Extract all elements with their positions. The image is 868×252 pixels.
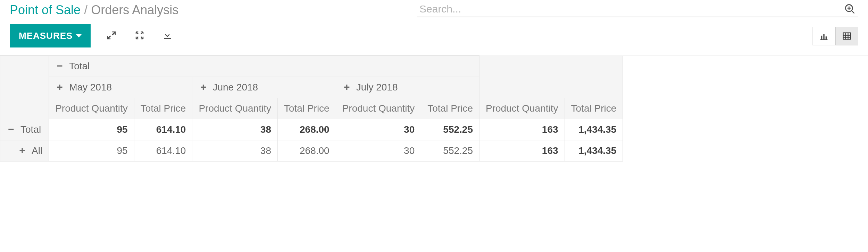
col-group[interactable]: +June 2018 bbox=[192, 77, 336, 98]
caret-down-icon bbox=[76, 34, 82, 37]
col-root-label: Total bbox=[69, 61, 90, 71]
cell: 268.00 bbox=[277, 140, 336, 162]
table-row: −Total95614.1038268.0030552.251631,434.3… bbox=[0, 119, 623, 140]
measure-header: Product Quantity bbox=[192, 98, 278, 119]
measures-label: MEASURES bbox=[19, 31, 73, 41]
cell: 95 bbox=[49, 140, 134, 162]
cell: 163 bbox=[479, 140, 565, 162]
cell: 1,434.35 bbox=[565, 119, 623, 140]
svg-rect-8 bbox=[843, 33, 851, 39]
collapse-icon[interactable]: − bbox=[55, 61, 64, 70]
breadcrumb: Point of Sale / Orders Analysis bbox=[10, 3, 178, 17]
page-title: Orders Analysis bbox=[91, 3, 178, 17]
col-group-label: May 2018 bbox=[69, 82, 112, 93]
pivot-view-button[interactable] bbox=[835, 27, 858, 45]
search-plus-icon[interactable] bbox=[844, 3, 856, 15]
pivot-thead: −Total+May 2018+June 2018+July 2018Produ… bbox=[0, 56, 623, 119]
cell: 38 bbox=[192, 119, 278, 140]
header-row: Point of Sale / Orders Analysis bbox=[0, 0, 868, 17]
expand-icon[interactable]: + bbox=[18, 146, 27, 155]
pivot-table: −Total+May 2018+June 2018+July 2018Produ… bbox=[0, 55, 623, 162]
toolbar-icons bbox=[107, 30, 174, 42]
view-switcher bbox=[812, 27, 858, 45]
measure-header: Total Price bbox=[421, 98, 479, 119]
search-input[interactable] bbox=[419, 3, 844, 15]
row-header[interactable]: +All bbox=[0, 140, 49, 162]
measure-header: Product Quantity bbox=[479, 98, 565, 119]
cell: 163 bbox=[479, 119, 565, 140]
measure-header: Total Price bbox=[277, 98, 336, 119]
col-group-label: July 2018 bbox=[356, 82, 398, 93]
svg-rect-5 bbox=[821, 35, 823, 40]
row-label: All bbox=[32, 145, 42, 156]
svg-rect-6 bbox=[823, 34, 825, 40]
breadcrumb-root[interactable]: Point of Sale bbox=[10, 3, 81, 17]
download-icon[interactable] bbox=[162, 30, 174, 42]
cell: 614.10 bbox=[134, 119, 192, 140]
col-root[interactable]: −Total bbox=[49, 56, 479, 77]
pivot-tbody: −Total95614.1038268.0030552.251631,434.3… bbox=[0, 119, 623, 162]
cell: 552.25 bbox=[421, 119, 479, 140]
cell: 30 bbox=[336, 119, 421, 140]
svg-line-1 bbox=[852, 11, 854, 13]
row-header[interactable]: −Total bbox=[0, 119, 49, 140]
measure-header: Total Price bbox=[565, 98, 623, 119]
cell: 614.10 bbox=[134, 140, 192, 162]
measure-header: Product Quantity bbox=[336, 98, 421, 119]
col-group[interactable]: +July 2018 bbox=[336, 77, 479, 98]
expand-icon[interactable]: + bbox=[55, 82, 64, 92]
collapse-icon[interactable]: − bbox=[7, 125, 16, 134]
corner-cell bbox=[0, 56, 49, 119]
breadcrumb-sep: / bbox=[84, 3, 87, 17]
search-bar[interactable] bbox=[417, 3, 858, 17]
cell: 95 bbox=[49, 119, 134, 140]
measure-header: Product Quantity bbox=[49, 98, 134, 119]
expand-icon[interactable]: + bbox=[342, 82, 351, 92]
cell: 30 bbox=[336, 140, 421, 162]
grandtotal-header-blank bbox=[479, 56, 623, 98]
cell: 1,434.35 bbox=[565, 140, 623, 162]
swap-axes-icon[interactable] bbox=[134, 30, 146, 42]
cell: 38 bbox=[192, 140, 278, 162]
row-label: Total bbox=[20, 124, 41, 135]
cell: 268.00 bbox=[277, 119, 336, 140]
svg-rect-7 bbox=[826, 36, 827, 40]
col-group-label: June 2018 bbox=[212, 82, 258, 93]
col-group[interactable]: +May 2018 bbox=[49, 77, 192, 98]
measure-header: Total Price bbox=[134, 98, 192, 119]
expand-icon[interactable] bbox=[107, 30, 118, 42]
toolbar: MEASURES bbox=[0, 17, 868, 55]
cell: 552.25 bbox=[421, 140, 479, 162]
table-row: +All95614.1038268.0030552.251631,434.35 bbox=[0, 140, 623, 162]
expand-icon[interactable]: + bbox=[199, 82, 208, 92]
chart-view-button[interactable] bbox=[812, 27, 835, 45]
pivot-table-wrap: −Total+May 2018+June 2018+July 2018Produ… bbox=[0, 55, 868, 162]
measures-button[interactable]: MEASURES bbox=[10, 24, 91, 47]
